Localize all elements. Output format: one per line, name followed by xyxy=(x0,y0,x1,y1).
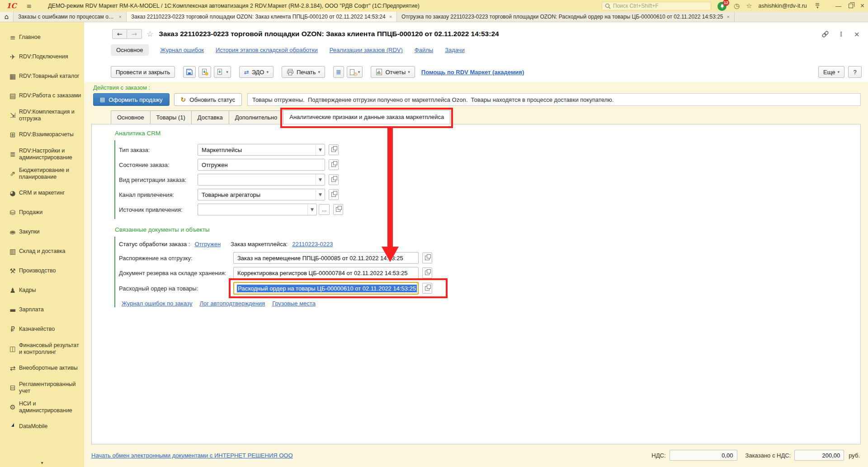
main-menu-icon[interactable]: ≡ xyxy=(26,2,32,10)
open-shipment-order-button[interactable] xyxy=(422,253,432,263)
refresh-icon: ↻ xyxy=(181,96,186,103)
history-icon[interactable]: ◷ xyxy=(734,2,740,10)
dropdown-icon[interactable]: ▼ xyxy=(316,174,325,185)
nav-link-tasks[interactable]: Задачи xyxy=(445,47,465,53)
sidebar-scroll-more[interactable]: ▾ xyxy=(0,459,84,467)
sidebar-item-salary[interactable]: ▬Зарплата xyxy=(0,300,84,319)
open-order-state-button[interactable] xyxy=(329,159,339,170)
sidebar-item-treasury[interactable]: ₽Казначейство xyxy=(0,319,84,339)
notifications-button[interactable]: 12 xyxy=(717,1,727,11)
vat-label: НДС: xyxy=(651,452,665,459)
sidebar-item-datamobile[interactable]: DataMobile xyxy=(0,417,84,436)
nav-link-warehouse-history[interactable]: История этапов складской обработки xyxy=(216,47,318,53)
source-choose-button[interactable]: ... xyxy=(319,204,330,215)
marketplace-order-link[interactable]: 22110223-0223 xyxy=(292,241,333,248)
edo-button[interactable]: ⇄ ЭДО▾ xyxy=(239,66,274,78)
sidebar-item-rdv-settings[interactable]: ≣RDV:Настройки и администрирование xyxy=(0,144,84,164)
close-form-icon[interactable]: × xyxy=(854,30,860,38)
service-menu-icon[interactable]: ≡▾ xyxy=(815,3,820,9)
open-order-type-button[interactable] xyxy=(329,144,339,155)
sidebar-item-crm[interactable]: ◕CRM и маркетинг xyxy=(0,183,84,203)
sidebar-item-nsi-admin[interactable]: ⚙НСИ и администрирование xyxy=(0,397,84,417)
order-state-field[interactable]: Отгружен xyxy=(198,159,325,171)
search-input[interactable] xyxy=(613,3,708,9)
close-window-button[interactable]: × xyxy=(860,2,864,10)
print-button[interactable]: Печать▾ xyxy=(282,66,325,78)
tab-main[interactable]: Основное xyxy=(111,110,151,124)
sidebar-item-production[interactable]: ⚒Производство xyxy=(0,261,84,281)
home-tab[interactable]: ⌂ xyxy=(0,12,14,22)
open-expense-order-button[interactable] xyxy=(422,283,432,294)
favorite-star-icon[interactable]: ☆ xyxy=(146,29,153,38)
dropdown-icon[interactable]: ▼ xyxy=(316,189,325,200)
processing-status-link[interactable]: Отгружен xyxy=(194,241,221,248)
refresh-status-button[interactable]: ↻ Обновить статус xyxy=(174,93,242,106)
rdv-help-link[interactable]: Помощь по RDV Маркет (академия) xyxy=(421,69,524,76)
printer-icon xyxy=(287,69,294,76)
nav-link-error-log[interactable]: Журнал ошибок xyxy=(160,47,204,53)
tab-extra[interactable]: Дополнительно xyxy=(229,110,284,124)
schedule-button[interactable]: ◷ ▾ xyxy=(347,66,363,78)
close-tab-icon[interactable]: × xyxy=(727,14,730,19)
checkout-sale-button[interactable]: ▤ Оформить продажу xyxy=(93,93,170,106)
forward-button[interactable]: → xyxy=(127,29,142,39)
sidebar-item-warehouse[interactable]: ▥Склад и доставка xyxy=(0,242,84,261)
autoconfirm-log-link[interactable]: Лог автоподтверждения xyxy=(199,300,265,307)
reports-button[interactable]: Отчеты▾ xyxy=(371,66,415,78)
list-button[interactable]: ≣ xyxy=(333,66,344,78)
sidebar-item-main[interactable]: ≡Главное xyxy=(0,28,84,47)
sidebar-item-fin-result[interactable]: ◫Финансовый результат и контроллинг xyxy=(0,339,84,358)
registration-kind-field[interactable]: ▼ xyxy=(198,174,325,186)
open-source-button[interactable] xyxy=(333,204,343,215)
sidebar-item-rdv-connections[interactable]: ✈RDV:Подключения xyxy=(0,47,84,67)
sidebar-item-sales[interactable]: ⛁Продажи xyxy=(0,203,84,222)
close-tab-icon[interactable]: × xyxy=(119,14,122,19)
sidebar-item-budgeting[interactable]: ⇗Бюджетирование и планирование xyxy=(0,164,84,183)
more-button[interactable]: Еще▾ xyxy=(818,66,844,78)
tab-marketplace-analytics[interactable]: Аналитические признаки и данные заказа м… xyxy=(283,110,450,124)
order-error-log-link[interactable]: Журнал ошибок по заказу xyxy=(122,300,192,307)
close-tab-icon[interactable]: × xyxy=(389,14,392,19)
cargo-places-link[interactable]: Грузовые места xyxy=(272,300,316,307)
open-reserve-doc-button[interactable] xyxy=(422,267,432,278)
restore-button[interactable] xyxy=(849,4,853,8)
sidebar-item-purchases[interactable]: ⛂Закупки xyxy=(0,222,84,242)
sidebar-item-rdv-catalog[interactable]: ▦RDV:Товарный каталог xyxy=(0,67,84,86)
dropdown-icon[interactable]: ▼ xyxy=(316,144,325,155)
expense-order-field[interactable]: Расходный ордер на товары ЦБ-00000610 от… xyxy=(233,282,419,295)
link-icon[interactable] xyxy=(821,30,829,38)
sidebar-item-rdv-settlements[interactable]: ⊞RDV:Взаиморасчеты xyxy=(0,125,84,144)
sidebar-item-regulated-accounting[interactable]: ⊟Регламентированный учет xyxy=(0,378,84,397)
source-field[interactable]: ▼ xyxy=(198,204,317,215)
sidebar-item-hr[interactable]: ♟Кадры xyxy=(0,281,84,300)
help-button[interactable]: ? xyxy=(848,66,862,78)
save-button[interactable] xyxy=(183,66,196,78)
sidebar-item-noncurrent-assets[interactable]: ⇄Внеоборотные активы xyxy=(0,358,84,378)
more-dots-icon[interactable]: ⋮ xyxy=(838,30,845,38)
minimize-button[interactable]: — xyxy=(835,3,841,10)
sidebar-item-rdv-picking-shipping[interactable]: ⇲RDV:Комплектация и отгрузка xyxy=(0,105,84,125)
edi-exchange-link[interactable]: Начать обмен электронными документами с … xyxy=(91,452,293,459)
channel-field[interactable]: Товарные агрегаторы ▼ xyxy=(198,189,325,200)
window-tab-orders-errors[interactable]: Заказы с ошибками по процессам отгрузки … xyxy=(14,12,127,22)
nav-link-sales-rdv[interactable]: Реализации заказов (RDV) xyxy=(330,47,403,53)
window-tab-shipment[interactable]: Отгрузка по заказу 22110223-0223 торгово… xyxy=(397,12,735,22)
shipment-order-field[interactable]: Заказ на перемещение ППЦБ-000085 от 02.1… xyxy=(233,252,419,264)
nav-link-files[interactable]: Файлы xyxy=(415,47,433,53)
open-channel-button[interactable] xyxy=(329,189,339,200)
reserve-doc-field[interactable]: Корректировка регистров ЦБ-00000784 от 0… xyxy=(233,267,419,279)
open-registration-kind-button[interactable] xyxy=(329,174,339,185)
global-search[interactable] xyxy=(602,2,711,10)
post-document-button[interactable] xyxy=(198,66,211,78)
tab-delivery[interactable]: Доставка xyxy=(191,110,229,124)
dropdown-icon[interactable]: ▼ xyxy=(307,204,316,215)
post-and-close-button[interactable]: Провести и закрыть xyxy=(111,66,175,78)
window-tab-order[interactable]: Заказ 22110223-0223 торговой площадки OZ… xyxy=(127,12,397,22)
create-based-on-button[interactable]: ▾ xyxy=(214,66,231,78)
favorites-star-icon[interactable]: ☆ xyxy=(746,2,752,10)
order-type-field[interactable]: Маркетплейсы ▼ xyxy=(198,144,325,156)
tab-goods[interactable]: Товары (1) xyxy=(150,110,192,124)
back-button[interactable]: ← xyxy=(112,29,127,39)
sidebar-item-rdv-orders[interactable]: ▤RDV:Работа с заказами xyxy=(0,86,84,105)
nav-link-main[interactable]: Основное xyxy=(111,44,149,56)
